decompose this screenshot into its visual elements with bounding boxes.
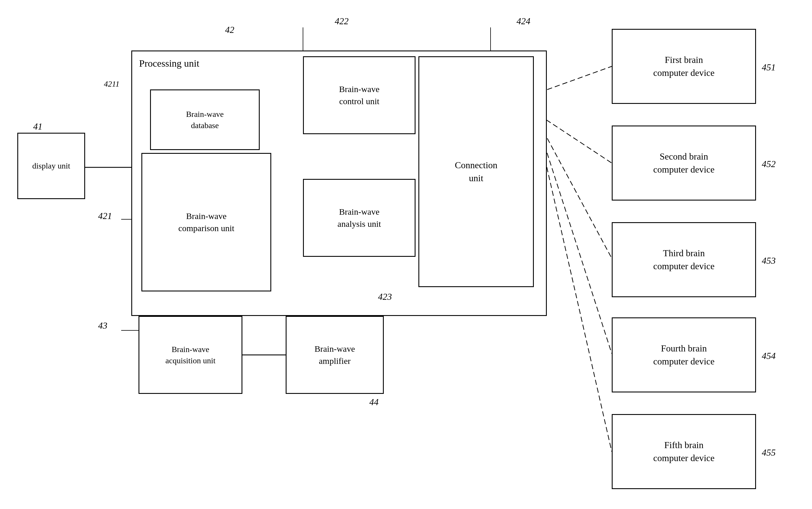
brainwave-control-unit-box: Brain-wave control unit xyxy=(303,56,415,134)
svg-line-17 xyxy=(540,115,612,163)
ref-452: 452 xyxy=(762,159,776,169)
device-label-3: Third brain computer device xyxy=(653,247,714,273)
brainwave-analysis-unit-label: Brain-wave analysis unit xyxy=(338,206,381,230)
ref-453: 453 xyxy=(762,256,776,266)
device-box-4: Fourth brain computer device xyxy=(612,317,756,393)
ref-421: 421 xyxy=(98,211,112,221)
processing-unit-label: Processing unit xyxy=(139,57,199,70)
brainwave-control-unit-label: Brain-wave control unit xyxy=(339,83,379,107)
device-label-4: Fourth brain computer device xyxy=(653,342,714,368)
display-unit-box: display unit xyxy=(17,133,85,199)
ref-424: 424 xyxy=(516,16,530,27)
ref-422: 422 xyxy=(335,16,348,27)
brainwave-database-box: Brain-wave database xyxy=(150,90,260,150)
ref-455: 455 xyxy=(762,447,776,458)
device-box-5: Fifth brain computer device xyxy=(612,414,756,489)
brainwave-comparison-unit-box: Brain-wave comparison unit xyxy=(141,153,271,292)
svg-line-20 xyxy=(540,136,612,451)
brainwave-amplifier-box: Brain-wave amplifier xyxy=(286,316,384,394)
diagram: Processing unit 42 Brain-wave comparison… xyxy=(0,0,812,509)
brainwave-acquisition-unit-label: Brain-wave acquisition unit xyxy=(165,344,215,366)
device-label-5: Fifth brain computer device xyxy=(653,439,714,465)
ref-454: 454 xyxy=(762,350,776,361)
svg-line-16 xyxy=(540,66,612,92)
ref-4211: 4211 xyxy=(104,79,120,89)
connection-unit-label: Connection unit xyxy=(455,159,498,185)
brainwave-amplifier-label: Brain-wave amplifier xyxy=(314,343,355,367)
ref-43: 43 xyxy=(98,320,107,331)
ref-41: 41 xyxy=(33,121,42,132)
connection-unit-box: Connection unit xyxy=(418,56,534,287)
brainwave-database-label: Brain-wave database xyxy=(186,108,224,131)
brainwave-acquisition-unit-box: Brain-wave acquisition unit xyxy=(138,316,242,394)
ref-451: 451 xyxy=(762,62,776,73)
device-label-1: First brain computer device xyxy=(653,54,714,79)
svg-line-18 xyxy=(540,124,612,258)
display-unit-label: display unit xyxy=(32,160,70,171)
brainwave-comparison-unit-label: Brain-wave comparison unit xyxy=(178,210,234,234)
svg-line-19 xyxy=(540,130,612,353)
device-box-3: Third brain computer device xyxy=(612,222,756,297)
brainwave-analysis-unit-box: Brain-wave analysis unit xyxy=(303,179,415,257)
ref-44: 44 xyxy=(369,397,379,407)
ref-423: 423 xyxy=(378,292,392,302)
device-label-2: Second brain computer device xyxy=(653,150,714,176)
device-box-1: First brain computer device xyxy=(612,29,756,104)
ref-42: 42 xyxy=(225,25,234,35)
device-box-2: Second brain computer device xyxy=(612,126,756,201)
